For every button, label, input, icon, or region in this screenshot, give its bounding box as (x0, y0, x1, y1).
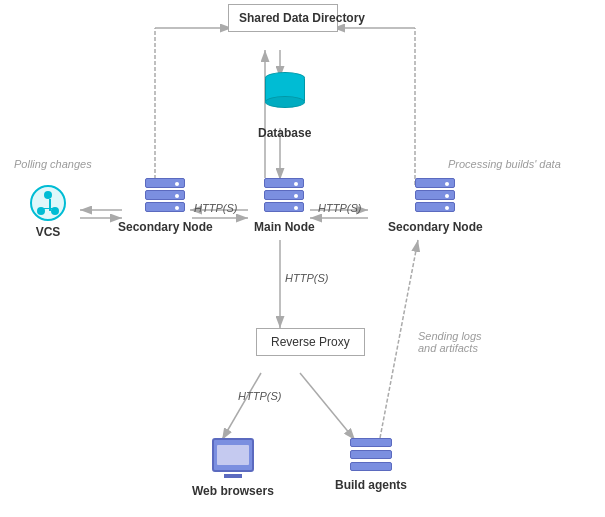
svg-line-17 (300, 373, 355, 440)
polling-changes-label: Polling changes (14, 158, 92, 170)
http-label-left: HTTP(S) (194, 202, 237, 214)
server-icon-main (264, 178, 304, 216)
http-label-right: HTTP(S) (318, 202, 361, 214)
main-node-label: Main Node (254, 220, 315, 234)
browser-icon (212, 438, 254, 472)
vcs-node: VCS (30, 185, 66, 239)
svg-line-18 (380, 240, 418, 438)
build-agents-node: Build agents (335, 438, 407, 492)
build-agents-label: Build agents (335, 478, 407, 492)
main-node: Main Node (254, 178, 315, 234)
processing-builds-label: Processing builds' data (448, 158, 561, 170)
reverse-proxy-box: Reverse Proxy (256, 328, 365, 356)
http-label-bottom: HTTP(S) (285, 272, 328, 284)
svg-line-16 (222, 373, 261, 440)
architecture-diagram: Shared Data Directory Database Secondary… (0, 0, 605, 517)
secondary-node-left-label: Secondary Node (118, 220, 213, 234)
http-label-proxy: HTTP(S) (238, 390, 281, 402)
web-browsers-node: Web browsers (192, 438, 274, 498)
build-agent-icon (350, 438, 392, 474)
server-icon-right (415, 178, 455, 216)
secondary-node-right: Secondary Node (388, 178, 483, 234)
vcs-icon (30, 185, 66, 221)
web-browsers-label: Web browsers (192, 484, 274, 498)
sending-logs-label: Sending logsand artifacts (418, 330, 482, 354)
database-node: Database (258, 72, 311, 140)
reverse-proxy-label: Reverse Proxy (271, 335, 350, 349)
database-icon (265, 72, 305, 122)
sdd-label: Shared Data Directory (239, 11, 365, 25)
vcs-label: VCS (36, 225, 61, 239)
secondary-node-right-label: Secondary Node (388, 220, 483, 234)
server-icon-left (145, 178, 185, 216)
database-label: Database (258, 126, 311, 140)
shared-data-directory-box: Shared Data Directory (228, 4, 338, 32)
